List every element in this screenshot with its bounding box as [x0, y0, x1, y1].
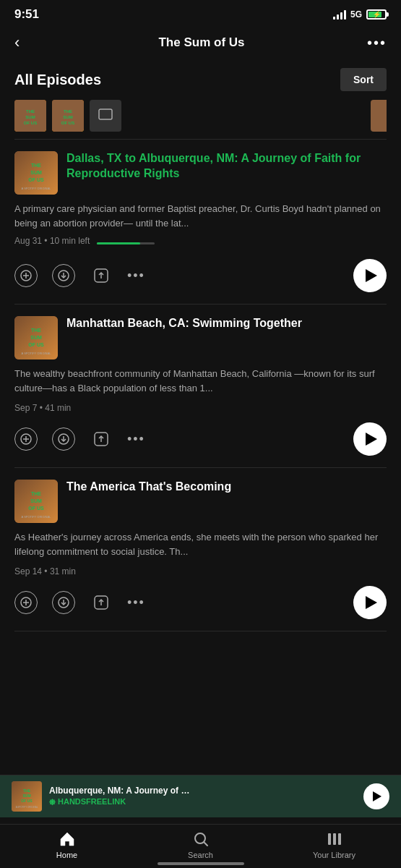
svg-text:OF US: OF US — [28, 342, 44, 347]
svg-rect-59 — [338, 833, 341, 845]
tab-search-label: Search — [188, 851, 213, 859]
svg-text:THE: THE — [64, 109, 72, 114]
episode-title-1: Dallas, TX to Albuquerque, NM: A Journey… — [66, 151, 387, 182]
svg-text:OF US: OF US — [21, 799, 33, 803]
home-icon — [59, 830, 76, 848]
svg-text:THE: THE — [23, 788, 31, 793]
play-icon-3 — [366, 596, 377, 609]
home-indicator — [158, 862, 244, 865]
thumbnail-preview-partial — [371, 100, 387, 132]
tab-bar: Home Search Your Library — [0, 824, 401, 868]
thumbnail-preview-1: THE SUM OF US — [14, 100, 46, 132]
tab-library[interactable]: Your Library — [267, 830, 401, 859]
svg-text:THE: THE — [31, 491, 41, 496]
status-icons: 5G ⚡ — [333, 9, 387, 20]
now-playing-play-button[interactable] — [363, 783, 389, 809]
now-playing-play-icon — [373, 791, 381, 801]
thumbnail-row: THE SUM OF US THE SUM OF US — [0, 100, 401, 139]
battery-icon: ⚡ — [366, 9, 387, 20]
svg-rect-58 — [333, 833, 336, 845]
play-button-1[interactable] — [353, 259, 387, 292]
svg-text:A SPOTIFY ORIGINAL: A SPOTIFY ORIGINAL — [22, 515, 52, 519]
episodes-title: All Episodes — [14, 72, 101, 88]
device-label: HANDSFREELINK — [58, 797, 126, 806]
thumbnail-preview-2: THE SUM OF US — [52, 100, 84, 132]
svg-text:THE: THE — [31, 328, 41, 333]
svg-rect-8 — [99, 109, 112, 119]
now-playing-device: ⎈ HANDSFREELINK — [49, 796, 363, 807]
svg-text:SUM: SUM — [30, 170, 42, 175]
status-bar: 9:51 5G ⚡ — [0, 0, 401, 26]
svg-text:OF US: OF US — [28, 506, 44, 511]
svg-text:OF US: OF US — [61, 121, 74, 125]
svg-text:OF US: OF US — [24, 121, 37, 125]
add-to-queue-button-1[interactable] — [14, 264, 38, 287]
share-button-3[interactable] — [90, 591, 113, 614]
episode-actions-3: ••• — [14, 586, 387, 619]
episode-card-3: THE SUM OF US A SPOTIFY ORIGINAL The Ame… — [0, 468, 401, 631]
svg-text:SUM: SUM — [30, 498, 42, 503]
progress-bar-1 — [97, 242, 155, 244]
now-playing-thumbnail: THE SUM OF US A SPOTIFY ORIGINAL — [12, 781, 42, 812]
play-button-2[interactable] — [353, 422, 387, 456]
svg-text:A SPOTIFY ORIGINAL: A SPOTIFY ORIGINAL — [16, 806, 38, 809]
download-button-3[interactable] — [52, 591, 75, 614]
episode-actions-1: ••• — [14, 259, 387, 292]
tab-home[interactable]: Home — [0, 830, 134, 859]
episode-title-3: The America That's Becoming — [66, 480, 387, 495]
svg-text:SUM: SUM — [25, 115, 35, 119]
more-options-ep2[interactable]: ••• — [127, 432, 145, 447]
play-icon-1 — [366, 269, 377, 282]
status-time: 9:51 — [14, 7, 39, 22]
library-icon — [326, 830, 343, 848]
svg-text:SUM: SUM — [22, 793, 30, 798]
bottom-spacer — [0, 631, 401, 726]
svg-rect-57 — [328, 833, 331, 845]
tab-home-label: Home — [56, 851, 77, 859]
svg-text:SUM: SUM — [63, 115, 72, 119]
svg-text:SUM: SUM — [30, 335, 42, 340]
svg-text:THE: THE — [31, 163, 41, 168]
episode-meta-2: Sep 7 • 41 min — [14, 403, 71, 413]
episode-actions-2: ••• — [14, 422, 387, 456]
episode-description-2: The wealthy beachfront community of Manh… — [14, 367, 387, 395]
episode-meta-3: Sep 14 • 31 min — [14, 566, 76, 576]
play-button-3[interactable] — [353, 586, 387, 619]
now-playing-bar[interactable]: THE SUM OF US A SPOTIFY ORIGINAL Albuque… — [0, 775, 401, 817]
tab-search[interactable]: Search — [134, 830, 267, 859]
download-button-2[interactable] — [52, 427, 75, 451]
svg-rect-9 — [371, 100, 387, 132]
svg-text:A SPOTIFY ORIGINAL: A SPOTIFY ORIGINAL — [22, 352, 52, 355]
more-options-ep3[interactable]: ••• — [127, 595, 145, 610]
episode-title-2: Manhattan Beach, CA: Swimming Together — [66, 316, 387, 331]
episode-thumbnail-1: THE SUM OF US A SPOTIFY ORIGINAL — [14, 151, 58, 195]
more-options-ep1[interactable]: ••• — [127, 268, 145, 284]
download-button-1[interactable] — [52, 264, 75, 287]
top-nav: ‹ The Sum of Us ••• — [0, 26, 401, 62]
share-button-2[interactable] — [90, 427, 113, 451]
back-button[interactable]: ‹ — [14, 33, 36, 52]
more-options-button[interactable]: ••• — [367, 35, 387, 51]
now-playing-title: Albuquerque, NM: A Journey of Faith for … — [49, 786, 194, 796]
search-icon — [192, 830, 210, 848]
play-icon-2 — [366, 433, 377, 446]
share-button-1[interactable] — [90, 264, 113, 287]
signal-bars-icon — [333, 9, 346, 20]
network-type: 5G — [350, 9, 362, 20]
svg-text:THE: THE — [26, 109, 35, 114]
add-to-queue-button-2[interactable] — [14, 427, 38, 451]
page-title: The Sum of Us — [158, 35, 244, 50]
episode-meta-1: Aug 31 • 10 min left — [14, 236, 387, 250]
episode-card-1: THE SUM OF US A SPOTIFY ORIGINAL Dallas,… — [0, 140, 401, 304]
thumbnail-preview-3 — [90, 100, 121, 132]
episode-card-2: THE SUM OF US A SPOTIFY ORIGINAL Manhatt… — [0, 305, 401, 467]
sort-button[interactable]: Sort — [340, 68, 387, 91]
episodes-header: All Episodes Sort — [0, 62, 401, 100]
tab-library-label: Your Library — [313, 851, 355, 859]
svg-line-56 — [204, 843, 207, 846]
episode-description-3: As Heather's journey across America ends… — [14, 530, 387, 558]
episode-description-1: A primary care physician and former Bapt… — [14, 202, 387, 230]
add-to-queue-button-3[interactable] — [14, 591, 38, 614]
bluetooth-icon: ⎈ — [49, 796, 55, 807]
episode-thumbnail-2: THE SUM OF US A SPOTIFY ORIGINAL — [14, 316, 58, 359]
